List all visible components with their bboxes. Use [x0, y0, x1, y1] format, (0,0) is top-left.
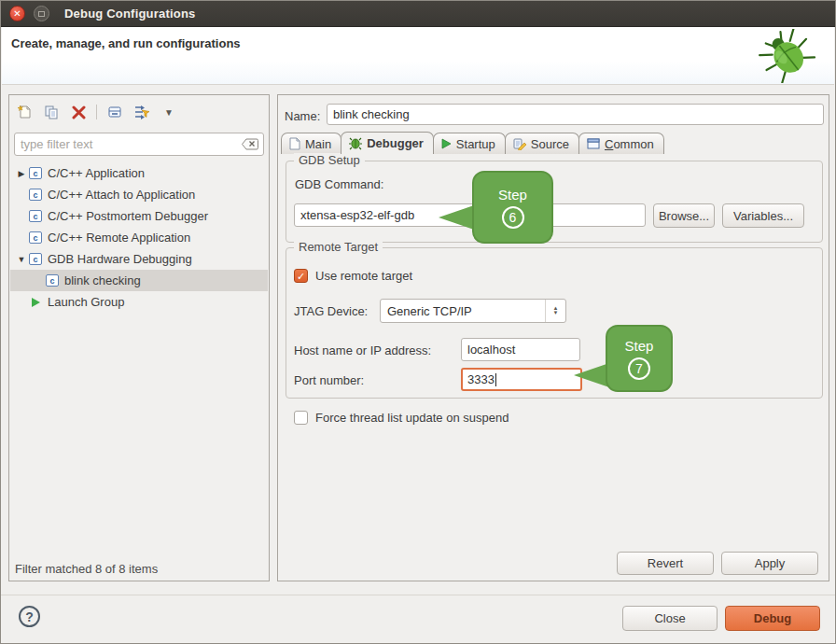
tree-item-cpp-postmortem[interactable]: c C/C++ Postmortem Debugger	[10, 205, 268, 227]
step-6-callout: Step 6	[472, 171, 553, 244]
unchecked-checkbox-icon[interactable]	[294, 411, 308, 425]
jtag-device-label: JTAG Device:	[294, 304, 368, 318]
help-button[interactable]: ?	[19, 606, 40, 627]
bug-icon	[754, 29, 821, 86]
c-application-icon: c	[45, 273, 60, 288]
footer-divider	[1, 595, 835, 595]
c-application-icon: c	[28, 209, 43, 224]
combo-spinner-icon[interactable]: ▲▼	[545, 300, 565, 322]
tree-item-launch-group[interactable]: Launch Group	[10, 291, 268, 313]
toolbar-separator	[96, 105, 97, 119]
step-7-callout: Step 7	[606, 325, 673, 392]
window-title: Debug Configurations	[64, 7, 196, 21]
tree-item-cpp-remote[interactable]: c C/C++ Remote Application	[10, 227, 268, 248]
clear-filter-icon[interactable]	[242, 138, 258, 150]
filter-box	[14, 133, 264, 156]
dialog-header: Create, manage, and run configurations	[2, 27, 834, 85]
titlebar[interactable]: ✕ Debug Configurations	[1, 1, 835, 27]
c-application-icon: c	[28, 252, 43, 267]
revert-button[interactable]: Revert	[617, 552, 714, 575]
tab-main[interactable]: Main	[281, 133, 341, 154]
browse-button[interactable]: Browse...	[653, 203, 715, 228]
c-application-icon: c	[28, 231, 43, 245]
source-tab-icon	[513, 138, 526, 150]
toolbar-menu-chevron-icon[interactable]: ▼	[160, 103, 178, 121]
checked-checkbox-icon[interactable]: ✓	[294, 269, 308, 283]
window-close-icon[interactable]: ✕	[9, 6, 25, 21]
new-configuration-icon[interactable]	[15, 103, 34, 121]
expand-arrow-icon[interactable]: ▶	[15, 169, 28, 178]
editor-tabs: Main Debugger Startup Source	[281, 132, 663, 154]
window-restore-icon[interactable]	[34, 6, 49, 21]
delete-configuration-icon[interactable]	[69, 103, 88, 121]
filter-configurations-icon[interactable]	[132, 103, 151, 121]
sidebar-toolbar: ▼	[15, 101, 178, 123]
name-label: Name:	[285, 109, 320, 123]
tab-source[interactable]: Source	[505, 133, 579, 154]
tree-item-cpp-application[interactable]: ▶ c C/C++ Application	[10, 162, 268, 184]
tree-item-gdb-hardware-debugging[interactable]: ▼ c GDB Hardware Debugging	[10, 248, 268, 270]
tree-item-cpp-attach[interactable]: c C/C++ Attach to Application	[10, 184, 268, 205]
gdb-setup-group: GDB Setup	[286, 161, 823, 243]
tab-startup[interactable]: Startup	[433, 133, 506, 154]
step-7-arrow	[574, 363, 609, 387]
common-tab-icon	[587, 138, 600, 149]
tab-debugger[interactable]: Debugger	[341, 132, 434, 154]
launch-group-icon	[28, 295, 43, 310]
header-title: Create, manage, and run configurations	[11, 36, 241, 50]
duplicate-configuration-icon[interactable]	[42, 103, 61, 121]
c-application-icon: c	[28, 166, 43, 181]
remote-target-legend: Remote Target	[294, 240, 383, 254]
port-label: Port number:	[294, 373, 364, 387]
debugger-tab-icon	[349, 137, 362, 150]
apply-button[interactable]: Apply	[721, 552, 818, 575]
force-thread-checkbox[interactable]: Force thread list update on suspend	[294, 411, 509, 425]
debug-configurations-dialog: ✕ Debug Configurations Create, manage, a…	[0, 0, 836, 644]
main-tab-icon	[289, 137, 300, 150]
jtag-device-select[interactable]: Generic TCP/IP ▲▼	[380, 299, 566, 323]
port-input[interactable]: 3333	[461, 368, 582, 391]
tree-item-blink-checking[interactable]: c blink checking	[10, 270, 268, 291]
c-application-icon: c	[28, 188, 43, 203]
close-button[interactable]: Close	[622, 606, 718, 631]
debug-button[interactable]: Debug	[725, 606, 820, 631]
host-label: Host name or IP address:	[294, 343, 431, 357]
variables-button[interactable]: Variables...	[722, 203, 804, 228]
collapse-arrow-icon[interactable]: ▼	[15, 255, 28, 264]
configuration-tree: ▶ c C/C++ Application c C/C++ Attach to …	[10, 162, 268, 313]
text-caret	[495, 373, 496, 386]
name-input[interactable]	[327, 104, 824, 125]
gdb-setup-legend: GDB Setup	[294, 153, 365, 167]
filter-match-status: Filter matched 8 of 8 items	[15, 562, 158, 576]
configurations-sidebar: ▼ ▶ c C/C++ Application c C/C++ Attach t…	[8, 94, 270, 581]
startup-tab-icon	[441, 138, 452, 149]
filter-input[interactable]	[15, 137, 242, 151]
collapse-all-icon[interactable]	[105, 103, 124, 121]
step-6-arrow	[439, 205, 474, 230]
configuration-editor: Name: Main Debugger Startup	[277, 94, 829, 581]
tab-common[interactable]: Common	[578, 133, 664, 154]
gdb-command-label: GDB Command:	[295, 177, 383, 191]
host-input[interactable]	[461, 338, 580, 361]
use-remote-target-checkbox[interactable]: ✓ Use remote target	[294, 269, 412, 283]
